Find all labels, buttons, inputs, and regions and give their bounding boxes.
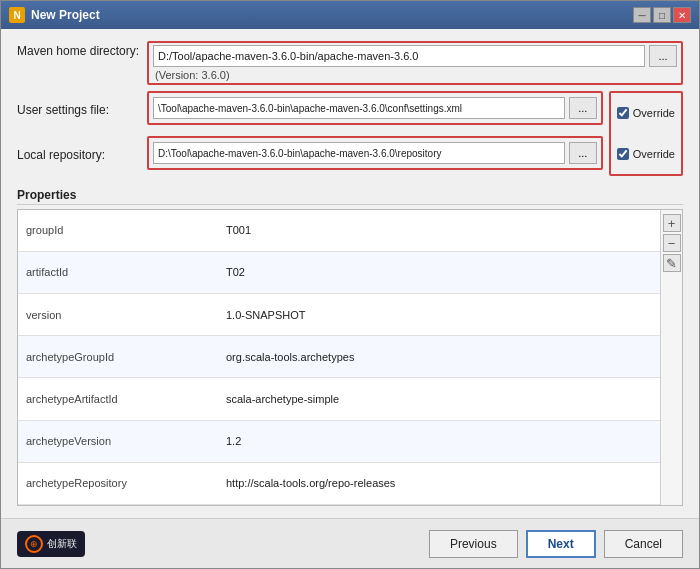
dialog-content: Maven home directory: ... (Version: 3.6.…: [1, 29, 699, 518]
prop-key: archetypeRepository: [18, 462, 218, 504]
settings-row-user: ...: [153, 97, 597, 119]
footer-buttons: Previous Next Cancel: [429, 530, 683, 558]
app-icon: N: [9, 7, 25, 23]
user-settings-row: User settings file: ...: [17, 91, 603, 125]
local-repo-input[interactable]: [153, 142, 565, 164]
main-window: N New Project ─ □ ✕ Maven home directory…: [0, 0, 700, 569]
maven-version-text: (Version: 3.6.0): [155, 69, 677, 81]
user-settings-label: User settings file:: [17, 100, 147, 117]
properties-table: groupIdT001artifactIdT02version1.0-SNAPS…: [18, 210, 660, 505]
maven-dir-row: ...: [153, 45, 677, 67]
maven-home-row: Maven home directory: ... (Version: 3.6.…: [17, 41, 683, 85]
local-repo-label: Local repository:: [17, 145, 147, 162]
override-checkbox-2[interactable]: [617, 148, 629, 160]
table-row: groupIdT001: [18, 210, 660, 251]
table-row: version1.0-SNAPSHOT: [18, 293, 660, 335]
maven-browse-button[interactable]: ...: [649, 45, 677, 67]
override-label-2: Override: [633, 148, 675, 160]
prop-key: version: [18, 293, 218, 335]
maven-dir-group: ... (Version: 3.6.0): [147, 41, 683, 85]
table-row: archetypeGroupIdorg.scala-tools.archetyp…: [18, 336, 660, 378]
dialog-footer: ⊕ 创新联 Previous Next Cancel: [1, 518, 699, 568]
prop-value: 1.2: [218, 420, 660, 462]
override-checkbox-1[interactable]: [617, 107, 629, 119]
prop-key: archetypeVersion: [18, 420, 218, 462]
footer-logo-area: ⊕ 创新联: [17, 531, 85, 557]
previous-button[interactable]: Previous: [429, 530, 518, 558]
override-row-1: Override: [617, 107, 675, 119]
user-settings-browse-button[interactable]: ...: [569, 97, 597, 119]
prop-value: 1.0-SNAPSHOT: [218, 293, 660, 335]
settings-group-user: ...: [147, 91, 603, 125]
override-group: Override Override: [609, 91, 683, 176]
minimize-button[interactable]: ─: [633, 7, 651, 23]
prop-value: scala-archetype-simple: [218, 378, 660, 420]
edit-property-button[interactable]: ✎: [663, 254, 681, 272]
table-row: archetypeRepositoryhttp://scala-tools.or…: [18, 462, 660, 504]
local-repo-browse-button[interactable]: ...: [569, 142, 597, 164]
settings-row-local: ...: [153, 142, 597, 164]
prop-key: archetypeArtifactId: [18, 378, 218, 420]
properties-actions: + − ✎: [660, 210, 682, 505]
prop-value: T001: [218, 210, 660, 251]
next-button[interactable]: Next: [526, 530, 596, 558]
window-controls: ─ □ ✕: [633, 7, 691, 23]
close-button[interactable]: ✕: [673, 7, 691, 23]
table-row: archetypeArtifactIdscala-archetype-simpl…: [18, 378, 660, 420]
window-title: New Project: [31, 8, 100, 22]
title-bar-left: N New Project: [9, 7, 100, 23]
prop-key: groupId: [18, 210, 218, 251]
user-settings-input[interactable]: [153, 97, 565, 119]
prop-value: org.scala-tools.archetypes: [218, 336, 660, 378]
properties-section-label: Properties: [17, 188, 683, 205]
user-settings-control: ...: [147, 91, 603, 125]
override-label-1: Override: [633, 107, 675, 119]
settings-fields: User settings file: ... Local repository…: [17, 91, 603, 176]
add-property-button[interactable]: +: [663, 214, 681, 232]
maven-home-label: Maven home directory:: [17, 41, 147, 58]
maximize-button[interactable]: □: [653, 7, 671, 23]
footer-logo: ⊕ 创新联: [17, 531, 85, 557]
logo-text: 创新联: [47, 537, 77, 551]
remove-property-button[interactable]: −: [663, 234, 681, 252]
maven-home-controls: ... (Version: 3.6.0): [147, 41, 683, 85]
table-row: archetypeVersion1.2: [18, 420, 660, 462]
override-row-2: Override: [617, 148, 675, 160]
settings-group-local: ...: [147, 136, 603, 170]
prop-key: archetypeGroupId: [18, 336, 218, 378]
properties-container: groupIdT001artifactIdT02version1.0-SNAPS…: [17, 209, 683, 506]
local-repo-row: Local repository: ...: [17, 136, 603, 170]
local-repo-control: ...: [147, 136, 603, 170]
title-bar: N New Project ─ □ ✕: [1, 1, 699, 29]
prop-value: T02: [218, 251, 660, 293]
settings-section: User settings file: ... Local repository…: [17, 91, 683, 176]
prop-value: http://scala-tools.org/repo-releases: [218, 462, 660, 504]
logo-icon: ⊕: [25, 535, 43, 553]
prop-key: artifactId: [18, 251, 218, 293]
table-row: artifactIdT02: [18, 251, 660, 293]
maven-home-input[interactable]: [153, 45, 645, 67]
cancel-button[interactable]: Cancel: [604, 530, 683, 558]
